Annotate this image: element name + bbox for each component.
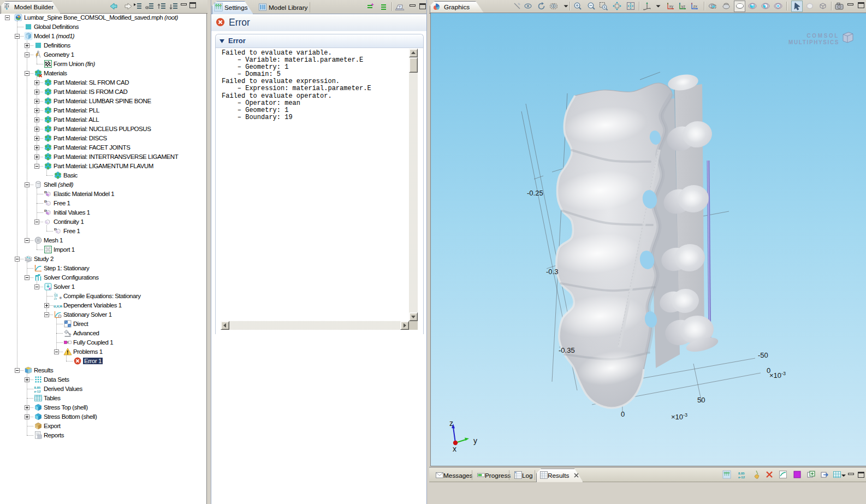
- svg-text:x: x: [453, 444, 456, 453]
- svg-text:8.85: 8.85: [34, 386, 41, 389]
- svg-text:-0.35: -0.35: [559, 346, 575, 354]
- svg-text:∂t: ∂t: [54, 297, 57, 300]
- svg-text:-0.3: -0.3: [546, 268, 558, 276]
- svg-text:∂u: ∂u: [54, 292, 58, 296]
- svg-text:-50: -50: [758, 351, 768, 359]
- svg-text:8.85: 8.85: [738, 472, 745, 475]
- svg-text:y: y: [473, 436, 477, 445]
- svg-text:∗: ∗: [59, 295, 63, 300]
- svg-text:COMSOL: COMSOL: [807, 33, 840, 39]
- svg-text:xy: xy: [669, 4, 674, 9]
- svg-text:-0.25: -0.25: [527, 189, 543, 197]
- svg-text:50: 50: [697, 396, 705, 404]
- svg-text:u,v,w: u,v,w: [54, 304, 62, 309]
- svg-text:0: 0: [621, 410, 625, 418]
- svg-text:e-12: e-12: [34, 390, 41, 393]
- svg-text:e-12: e-12: [738, 476, 745, 479]
- svg-text:zx: zx: [693, 4, 698, 9]
- svg-text:z: z: [449, 419, 453, 428]
- svg-text:MULTIPHYSICS: MULTIPHYSICS: [788, 39, 839, 45]
- svg-text:yz: yz: [681, 4, 686, 9]
